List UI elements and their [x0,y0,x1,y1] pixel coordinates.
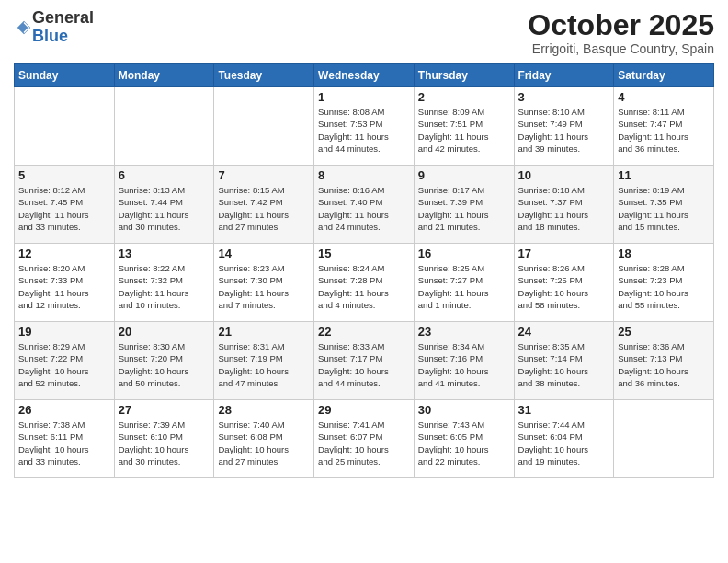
week-row-3: 12Sunrise: 8:20 AM Sunset: 7:33 PM Dayli… [15,244,714,322]
week-row-5: 26Sunrise: 7:38 AM Sunset: 6:11 PM Dayli… [15,400,714,478]
day-info: Sunrise: 8:08 AM Sunset: 7:53 PM Dayligh… [318,106,410,155]
day-number: 16 [418,247,510,260]
day-info: Sunrise: 8:17 AM Sunset: 7:39 PM Dayligh… [418,184,510,233]
page: General Blue October 2025 Errigoiti, Bas… [0,0,728,563]
logo-icon [16,19,32,36]
day-number: 28 [218,403,310,417]
day-cell: 9Sunrise: 8:17 AM Sunset: 7:39 PM Daylig… [414,166,514,244]
day-info: Sunrise: 8:12 AM Sunset: 7:45 PM Dayligh… [18,184,110,233]
day-number: 26 [18,403,110,417]
day-number: 8 [318,168,410,182]
week-row-4: 19Sunrise: 8:29 AM Sunset: 7:22 PM Dayli… [15,322,714,400]
day-number: 7 [218,168,310,182]
day-cell: 29Sunrise: 7:41 AM Sunset: 6:07 PM Dayli… [314,400,415,478]
day-info: Sunrise: 8:26 AM Sunset: 7:25 PM Dayligh… [518,262,610,311]
day-cell: 21Sunrise: 8:31 AM Sunset: 7:19 PM Dayli… [214,322,314,400]
day-number: 21 [218,325,310,339]
day-info: Sunrise: 8:31 AM Sunset: 7:19 PM Dayligh… [218,340,310,389]
day-cell: 28Sunrise: 7:40 AM Sunset: 6:08 PM Dayli… [214,400,314,478]
day-number: 5 [18,168,110,182]
day-cell: 10Sunrise: 8:18 AM Sunset: 7:37 PM Dayli… [514,166,614,244]
day-info: Sunrise: 8:36 AM Sunset: 7:13 PM Dayligh… [618,340,710,389]
day-info: Sunrise: 8:23 AM Sunset: 7:30 PM Dayligh… [218,262,310,311]
day-number: 31 [518,403,610,417]
logo-general-text: General [32,9,94,28]
day-number: 23 [418,325,510,339]
col-header-tuesday: Tuesday [214,64,314,87]
day-number: 9 [418,168,510,182]
day-number: 2 [418,90,510,104]
col-header-monday: Monday [114,64,214,87]
day-cell: 5Sunrise: 8:12 AM Sunset: 7:45 PM Daylig… [15,166,115,244]
day-cell: 30Sunrise: 7:43 AM Sunset: 6:05 PM Dayli… [414,400,514,478]
col-header-thursday: Thursday [414,64,514,87]
day-info: Sunrise: 7:38 AM Sunset: 6:11 PM Dayligh… [18,419,110,467]
header: General Blue October 2025 Errigoiti, Bas… [14,9,714,56]
day-info: Sunrise: 8:34 AM Sunset: 7:16 PM Dayligh… [418,340,510,389]
day-number: 13 [119,247,210,260]
day-info: Sunrise: 8:10 AM Sunset: 7:49 PM Dayligh… [518,106,610,155]
day-cell: 18Sunrise: 8:28 AM Sunset: 7:23 PM Dayli… [614,244,714,322]
day-cell: 7Sunrise: 8:15 AM Sunset: 7:42 PM Daylig… [214,166,314,244]
day-number: 11 [618,168,710,182]
day-info: Sunrise: 8:28 AM Sunset: 7:23 PM Dayligh… [618,262,710,311]
day-number: 6 [119,168,210,182]
day-cell [114,87,214,166]
day-cell: 11Sunrise: 8:19 AM Sunset: 7:35 PM Dayli… [614,166,714,244]
day-cell: 8Sunrise: 8:16 AM Sunset: 7:40 PM Daylig… [314,166,415,244]
col-header-saturday: Saturday [614,64,714,87]
day-cell [214,87,314,166]
day-info: Sunrise: 7:39 AM Sunset: 6:10 PM Dayligh… [119,419,210,467]
day-cell [614,400,714,478]
day-info: Sunrise: 8:15 AM Sunset: 7:42 PM Dayligh… [218,184,310,233]
day-number: 18 [618,247,710,260]
day-cell: 23Sunrise: 8:34 AM Sunset: 7:16 PM Dayli… [414,322,514,400]
day-info: Sunrise: 8:25 AM Sunset: 7:27 PM Dayligh… [418,262,510,311]
day-cell: 12Sunrise: 8:20 AM Sunset: 7:33 PM Dayli… [15,244,115,322]
day-number: 25 [618,325,710,339]
day-cell: 3Sunrise: 8:10 AM Sunset: 7:49 PM Daylig… [514,87,614,166]
title-block: October 2025 Errigoiti, Basque Country, … [528,9,714,56]
day-cell: 17Sunrise: 8:26 AM Sunset: 7:25 PM Dayli… [514,244,614,322]
logo-blue-text: Blue [32,28,94,46]
day-number: 4 [618,90,710,104]
day-cell: 19Sunrise: 8:29 AM Sunset: 7:22 PM Dayli… [15,322,115,400]
day-number: 10 [518,168,610,182]
month-title: October 2025 [528,9,714,41]
day-cell: 14Sunrise: 8:23 AM Sunset: 7:30 PM Dayli… [214,244,314,322]
day-number: 12 [18,247,110,260]
day-info: Sunrise: 8:33 AM Sunset: 7:17 PM Dayligh… [318,340,410,389]
day-cell: 26Sunrise: 7:38 AM Sunset: 6:11 PM Dayli… [15,400,115,478]
day-info: Sunrise: 8:22 AM Sunset: 7:32 PM Dayligh… [119,262,210,311]
day-cell: 2Sunrise: 8:09 AM Sunset: 7:51 PM Daylig… [414,87,514,166]
day-info: Sunrise: 8:35 AM Sunset: 7:14 PM Dayligh… [518,340,610,389]
day-info: Sunrise: 8:19 AM Sunset: 7:35 PM Dayligh… [618,184,710,233]
day-info: Sunrise: 7:41 AM Sunset: 6:07 PM Dayligh… [318,419,410,467]
day-cell: 4Sunrise: 8:11 AM Sunset: 7:47 PM Daylig… [614,87,714,166]
day-info: Sunrise: 8:29 AM Sunset: 7:22 PM Dayligh… [18,340,110,389]
day-number: 24 [518,325,610,339]
day-cell: 31Sunrise: 7:44 AM Sunset: 6:04 PM Dayli… [514,400,614,478]
day-cell: 24Sunrise: 8:35 AM Sunset: 7:14 PM Dayli… [514,322,614,400]
day-cell: 25Sunrise: 8:36 AM Sunset: 7:13 PM Dayli… [614,322,714,400]
day-cell: 16Sunrise: 8:25 AM Sunset: 7:27 PM Dayli… [414,244,514,322]
day-number: 15 [318,247,410,260]
day-number: 17 [518,247,610,260]
day-number: 14 [218,247,310,260]
week-row-1: 1Sunrise: 8:08 AM Sunset: 7:53 PM Daylig… [15,87,714,166]
day-number: 1 [318,90,410,104]
day-info: Sunrise: 8:16 AM Sunset: 7:40 PM Dayligh… [318,184,410,233]
day-info: Sunrise: 8:13 AM Sunset: 7:44 PM Dayligh… [119,184,210,233]
day-number: 22 [318,325,410,339]
day-cell: 1Sunrise: 8:08 AM Sunset: 7:53 PM Daylig… [314,87,415,166]
day-cell: 20Sunrise: 8:30 AM Sunset: 7:20 PM Dayli… [114,322,214,400]
day-info: Sunrise: 8:20 AM Sunset: 7:33 PM Dayligh… [18,262,110,311]
day-cell: 22Sunrise: 8:33 AM Sunset: 7:17 PM Dayli… [314,322,415,400]
col-header-friday: Friday [514,64,614,87]
day-number: 30 [418,403,510,417]
week-row-2: 5Sunrise: 8:12 AM Sunset: 7:45 PM Daylig… [15,166,714,244]
day-number: 20 [119,325,210,339]
day-info: Sunrise: 8:24 AM Sunset: 7:28 PM Dayligh… [318,262,410,311]
location-subtitle: Errigoiti, Basque Country, Spain [528,41,714,56]
day-number: 19 [18,325,110,339]
